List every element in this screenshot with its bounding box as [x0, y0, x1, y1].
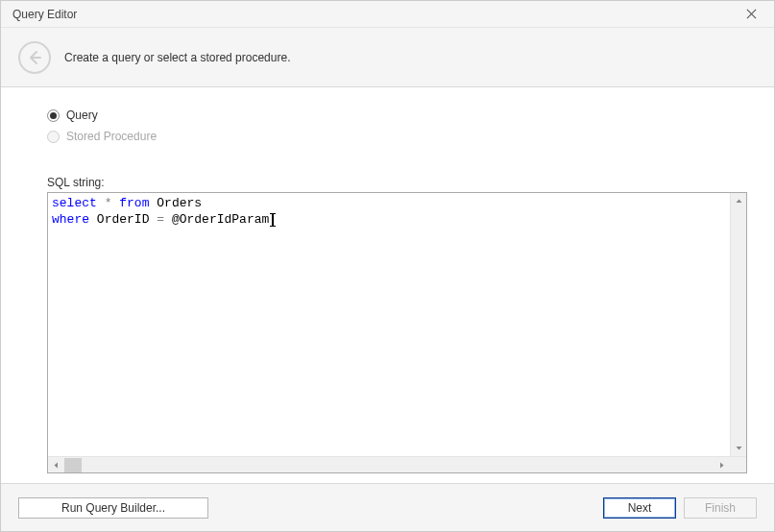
sql-textarea[interactable]: select * from Orders where OrderID = @Or…	[48, 193, 730, 456]
vertical-scroll-track[interactable]	[731, 209, 746, 440]
query-type-group: Query Stored Procedure	[47, 109, 747, 151]
query-editor-window: Query Editor Create a query or select a …	[0, 0, 775, 532]
back-button	[18, 41, 51, 74]
next-button[interactable]: Next	[603, 497, 676, 519]
content-area: Query Stored Procedure SQL string: selec…	[1, 87, 774, 483]
horizontal-scroll-track[interactable]	[82, 457, 714, 472]
radio-icon	[47, 131, 60, 143]
scroll-up-icon[interactable]	[731, 193, 746, 209]
option-query-label: Query	[66, 109, 98, 122]
back-arrow-icon	[27, 50, 42, 65]
sql-string-label: SQL string:	[47, 176, 747, 189]
window-title: Query Editor	[12, 8, 77, 21]
scroll-down-icon[interactable]	[731, 440, 746, 456]
horizontal-scrollbar[interactable]	[48, 456, 746, 472]
close-icon	[746, 9, 757, 19]
scroll-left-icon[interactable]	[48, 457, 64, 472]
vertical-scrollbar[interactable]	[730, 193, 746, 456]
wizard-instruction: Create a query or select a stored proced…	[64, 51, 290, 64]
wizard-header: Create a query or select a stored proced…	[1, 28, 774, 87]
finish-button: Finish	[684, 497, 757, 519]
scroll-right-icon[interactable]	[714, 457, 730, 472]
close-button[interactable]	[736, 3, 766, 26]
radio-icon	[47, 109, 60, 122]
run-query-builder-button[interactable]: Run Query Builder...	[18, 497, 208, 519]
sql-editor: select * from Orders where OrderID = @Or…	[47, 192, 747, 473]
scrollbar-corner	[730, 457, 746, 472]
horizontal-scroll-thumb[interactable]	[64, 458, 82, 472]
text-cursor-icon	[272, 213, 274, 227]
option-query[interactable]: Query	[47, 109, 747, 122]
option-stored-procedure: Stored Procedure	[47, 130, 747, 143]
wizard-footer: Run Query Builder... Next Finish	[1, 483, 774, 531]
titlebar: Query Editor	[1, 1, 774, 28]
option-stored-procedure-label: Stored Procedure	[66, 130, 157, 143]
